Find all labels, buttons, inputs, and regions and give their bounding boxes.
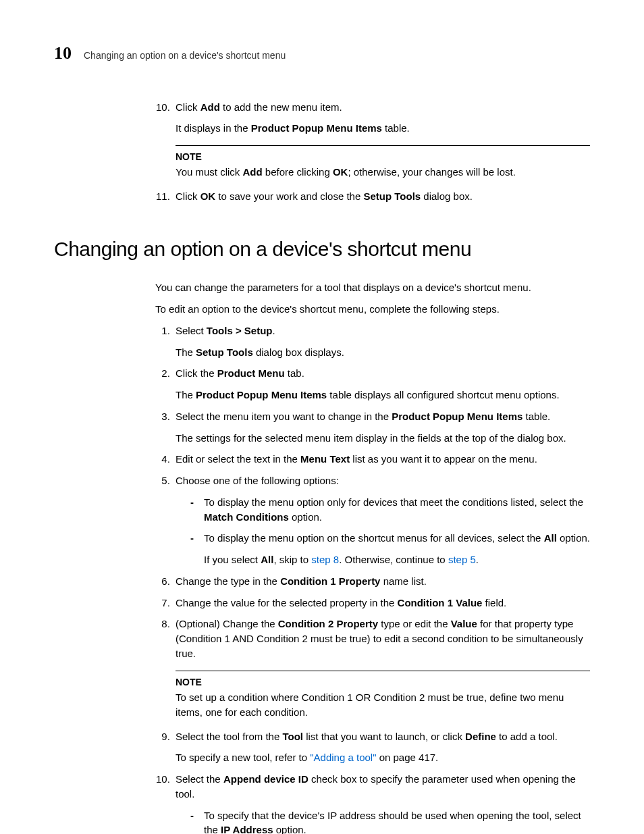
link-adding-a-tool[interactable]: "Adding a tool" xyxy=(310,752,376,763)
step-10b-bullet-1: To specify that the device's IP address … xyxy=(190,808,590,834)
step-5-bullet-1: To display the menu option only for devi… xyxy=(190,495,590,525)
step-5-bullet-2-sub: If you select All, skip to step 8. Other… xyxy=(204,552,590,567)
main-steps: Select Tools > Setup. The Setup Tools di… xyxy=(155,323,590,834)
step-5-bullet-2: To display the menu option on the shortc… xyxy=(190,531,590,567)
step-8: (Optional) Change the Condition 2 Proper… xyxy=(173,617,590,719)
step-6: Change the type in the Condition 1 Prope… xyxy=(173,574,590,589)
note-block-2: NOTE To set up a condition where Conditi… xyxy=(176,671,590,720)
step-3: Select the menu item you want to change … xyxy=(173,409,590,446)
intro-paragraph-2: To edit an option to the device's shortc… xyxy=(155,302,590,317)
step-10-sub: It displays in the Product Popup Menu It… xyxy=(176,121,590,136)
step-1-sub: The Setup Tools dialog box displays. xyxy=(176,345,590,360)
step-9: Select the tool from the Tool list that … xyxy=(173,729,590,766)
step-2: Click the Product Menu tab. The Product … xyxy=(173,366,590,402)
link-step-5[interactable]: step 5 xyxy=(448,554,476,565)
note-text-2: To set up a condition where Condition 1 … xyxy=(176,690,590,720)
page-header: 10 Changing an option on a device's shor… xyxy=(54,41,590,66)
continued-steps: Click Add to add the new menu item. It d… xyxy=(155,100,590,204)
step-10b: Select the Append device ID check box to… xyxy=(173,772,590,834)
step-10: Click Add to add the new menu item. It d… xyxy=(173,100,590,180)
step-1: Select Tools > Setup. The Setup Tools di… xyxy=(173,323,590,360)
note-block: NOTE You must click Add before clicking … xyxy=(176,145,590,180)
section-heading: Changing an option on a device's shortcu… xyxy=(54,234,590,264)
step-11: Click OK to save your work and close the… xyxy=(173,189,590,204)
running-title: Changing an option on a device's shortcu… xyxy=(84,49,286,62)
step-3-sub: The settings for the selected menu item … xyxy=(176,431,590,446)
link-step-8[interactable]: step 8 xyxy=(311,554,339,565)
note-text: You must click Add before clicking OK; o… xyxy=(176,165,590,180)
step-4: Edit or select the text in the Menu Text… xyxy=(173,452,590,467)
note-label-2: NOTE xyxy=(176,675,590,689)
step-2-sub: The Product Popup Menu Items table displ… xyxy=(176,388,590,402)
note-label: NOTE xyxy=(176,150,590,163)
intro-paragraph-1: You can change the parameters for a tool… xyxy=(155,280,590,295)
chapter-number: 10 xyxy=(54,41,72,66)
step-5: Choose one of the following options: To … xyxy=(173,473,590,567)
step-9-sub: To specify a new tool, refer to "Adding … xyxy=(176,750,590,765)
step-7: Change the value for the selected proper… xyxy=(173,596,590,610)
